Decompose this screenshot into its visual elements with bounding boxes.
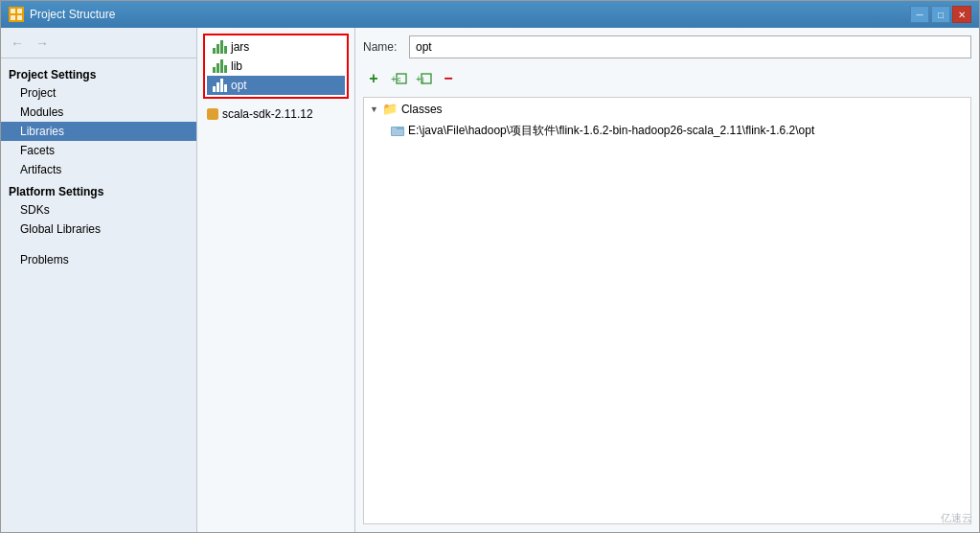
nav-toolbar: ← →	[1, 28, 196, 58]
detail-panel: Name: + + c +	[355, 28, 979, 532]
sidebar-item-facets[interactable]: Facets	[1, 141, 196, 160]
svg-rect-3	[17, 15, 22, 20]
sidebar: ← → Project Settings Project Modules Lib…	[1, 28, 197, 532]
library-box-inner: jars lib opt	[207, 37, 345, 95]
folder-icon: 📁	[382, 102, 398, 116]
name-input[interactable]	[409, 35, 971, 58]
tree-item-jars-label: jars	[231, 40, 249, 54]
back-button[interactable]: ←	[7, 33, 28, 54]
sdk-icon	[207, 108, 218, 120]
path-folder-icon	[391, 127, 404, 136]
maximize-button[interactable]: □	[931, 6, 950, 23]
path-entry-item: E:\java\File\hadoop\项目软件\flink-1.6.2-bin…	[364, 120, 970, 142]
svg-rect-2	[11, 15, 15, 20]
sidebar-item-global-libraries[interactable]: Global Libraries	[1, 220, 196, 239]
tree-item-lib[interactable]: lib	[207, 57, 345, 76]
close-button[interactable]: ✕	[952, 6, 971, 23]
bar-chart-icon-lib	[213, 59, 227, 73]
add-button[interactable]: +	[363, 68, 384, 89]
add-jar-button[interactable]: + j	[413, 68, 434, 89]
sdk-item[interactable]: scala-sdk-2.11.12	[197, 104, 354, 124]
main-window: Project Structure ─ □ ✕ ← → Project Sett…	[0, 0, 980, 533]
library-box: jars lib opt	[203, 34, 349, 99]
sidebar-item-artifacts[interactable]: Artifacts	[1, 160, 196, 179]
window-controls: ─ □ ✕	[910, 6, 971, 23]
sidebar-item-sdks[interactable]: SDKs	[1, 200, 196, 220]
sidebar-item-libraries[interactable]: Libraries	[1, 122, 196, 141]
title-bar: Project Structure ─ □ ✕	[1, 1, 979, 28]
remove-button[interactable]: −	[438, 68, 459, 89]
svg-rect-1	[17, 9, 22, 13]
window-title: Project Structure	[30, 8, 115, 21]
library-tree-panel: jars lib opt	[197, 28, 355, 532]
expand-triangle-icon: ▼	[370, 104, 378, 114]
forward-button[interactable]: →	[32, 33, 53, 54]
bar-chart-icon-jars	[213, 40, 227, 54]
sidebar-item-problems[interactable]: Problems	[1, 250, 196, 269]
svg-text:c: c	[398, 76, 401, 82]
classes-section-header[interactable]: ▼ 📁 Classes	[364, 98, 970, 120]
svg-rect-0	[11, 9, 15, 13]
bar-chart-icon-opt	[213, 79, 227, 92]
watermark: 亿速云	[941, 511, 972, 525]
svg-text:+: +	[416, 74, 422, 84]
title-bar-left: Project Structure	[9, 7, 115, 22]
tree-item-opt[interactable]: opt	[207, 76, 345, 95]
tree-item-jars[interactable]: jars	[207, 37, 345, 57]
sidebar-item-project[interactable]: Project	[1, 83, 196, 103]
project-settings-header: Project Settings	[1, 62, 196, 83]
name-label: Name:	[363, 40, 401, 54]
path-entry-text: E:\java\File\hadoop\项目软件\flink-1.6.2-bin…	[408, 123, 814, 139]
sidebar-nav: Project Settings Project Modules Librari…	[1, 58, 196, 532]
svg-rect-11	[392, 127, 397, 130]
add-class-button[interactable]: + c	[388, 68, 409, 89]
tree-item-opt-label: opt	[231, 79, 247, 92]
main-area: jars lib opt	[197, 28, 979, 532]
name-row: Name:	[363, 35, 971, 58]
minimize-button[interactable]: ─	[910, 6, 929, 23]
sdk-item-label: scala-sdk-2.11.12	[222, 107, 313, 121]
svg-text:+: +	[391, 74, 397, 84]
classes-tree-panel: ▼ 📁 Classes E:\java\File\hadoop\项目软件\fli…	[363, 97, 971, 524]
detail-toolbar: + + c + j	[363, 68, 971, 89]
classes-label: Classes	[401, 103, 443, 116]
platform-settings-header: Platform Settings	[1, 179, 196, 200]
svg-text:j: j	[422, 76, 424, 83]
content-area: ← → Project Settings Project Modules Lib…	[1, 28, 979, 532]
tree-item-lib-label: lib	[231, 59, 242, 73]
window-icon	[9, 7, 24, 22]
sidebar-item-modules[interactable]: Modules	[1, 103, 196, 122]
